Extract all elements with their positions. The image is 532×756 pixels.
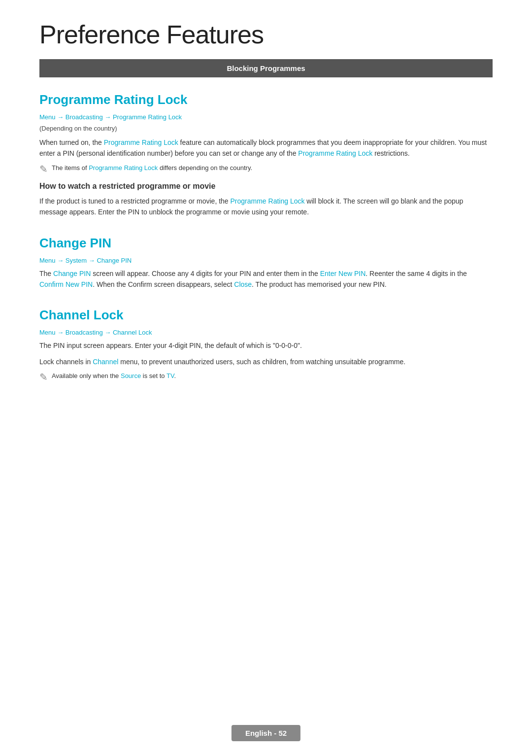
channel-lock-note-row: ✎ Available only when the Source is set … [39, 372, 493, 382]
channel-lock-nav-menu: Menu [39, 329, 56, 336]
channel-lock-nav-target: Channel Lock [113, 329, 152, 336]
programme-rating-lock-section: Programme Rating Lock Menu → Broadcastin… [39, 92, 493, 218]
channel-lock-note-text: Available only when the Source is set to… [52, 372, 176, 379]
nav-programme-rating-lock: Programme Rating Lock [113, 113, 182, 121]
change-pin-body-prefix: The [39, 270, 53, 277]
channel-lock-nav: Menu → Broadcasting → Channel Lock [39, 329, 493, 336]
programme-rating-lock-heading: Programme Rating Lock [39, 92, 493, 107]
note-tv-link: TV [166, 372, 174, 379]
note-prefix: Available only when the [52, 372, 121, 379]
body1-suffix: restrictions. [372, 149, 409, 157]
change-pin-nav-target: Change PIN [97, 257, 132, 264]
programme-rating-note-row: ✎ The items of Programme Rating Lock dif… [39, 164, 493, 174]
body1-link2: Programme Rating Lock [298, 149, 372, 157]
nav-broadcasting: Broadcasting [66, 113, 103, 121]
change-pin-nav-system: System [66, 257, 87, 264]
note-text: The items of Programme Rating Lock diffe… [52, 164, 252, 172]
change-pin-section: Change PIN Menu → System → Change PIN Th… [39, 236, 493, 290]
change-pin-nav: Menu → System → Change PIN [39, 257, 493, 264]
programme-rating-lock-body2: If the product is tuned to a restricted … [39, 196, 493, 218]
page-footer: English - 52 [232, 725, 300, 741]
programme-rating-lock-body1: When turned on, the Programme Rating Loc… [39, 137, 493, 159]
change-pin-link4: Close [234, 280, 252, 288]
change-pin-body-mid3: . When the Confirm screen disappears, se… [93, 280, 234, 288]
change-pin-nav-arrow2: → [89, 257, 97, 264]
page-title: Preference Features [39, 20, 493, 49]
body1-prefix: When turned on, the [39, 138, 104, 146]
change-pin-nav-menu: Menu [39, 257, 56, 264]
channel-lock-section: Channel Lock Menu → Broadcasting → Chann… [39, 308, 493, 382]
channel-lock-body1: The PIN input screen appears. Enter your… [39, 340, 493, 351]
change-pin-nav-arrow1: → [57, 257, 66, 264]
change-pin-body: The Change PIN screen will appear. Choos… [39, 268, 493, 290]
nav-arrow-2: → [104, 113, 113, 121]
body2-prefix: If the product is tuned to a restricted … [39, 197, 231, 205]
change-pin-link2: Enter New PIN [320, 270, 366, 277]
note-source-link: Source [121, 372, 141, 379]
programme-rating-lock-nav: Menu → Broadcasting → Programme Rating L… [39, 113, 493, 121]
note-link: Programme Rating Lock [89, 164, 158, 172]
change-pin-body-suffix: . The product has memorised your new PIN… [252, 280, 387, 288]
nav-menu: Menu [39, 113, 56, 121]
note-suffix: differs depending on the country. [158, 164, 252, 172]
section-banner: Blocking Programmes [39, 59, 493, 77]
channel-lock-nav-arrow1: → [57, 329, 66, 336]
note-prefix: The items of [52, 164, 89, 172]
change-pin-link3: Confirm New PIN [39, 280, 93, 288]
body2-link: Programme Rating Lock [231, 197, 305, 205]
channel-lock-note-icon: ✎ [39, 372, 48, 382]
channel-lock-body2: Lock channels in Channel menu, to preven… [39, 356, 493, 367]
channel-lock-nav-broadcasting: Broadcasting [66, 329, 103, 336]
channel-lock-nav-arrow2: → [104, 329, 113, 336]
change-pin-body-mid2: . Reenter the same 4 digits in the [366, 270, 466, 277]
channel-lock-body2-prefix: Lock channels in [39, 358, 93, 366]
note-icon: ✎ [39, 164, 48, 174]
channel-lock-body2-link: Channel [93, 358, 118, 366]
body1-link1: Programme Rating Lock [104, 138, 178, 146]
country-note: (Depending on the country) [39, 125, 493, 132]
change-pin-heading: Change PIN [39, 236, 493, 251]
note-mid: is set to [141, 372, 166, 379]
change-pin-body-mid1: screen will appear. Choose any 4 digits … [91, 270, 320, 277]
sub-heading-restricted: How to watch a restricted programme or m… [39, 182, 493, 191]
channel-lock-heading: Channel Lock [39, 308, 493, 323]
change-pin-link1: Change PIN [53, 270, 91, 277]
channel-lock-body2-suffix: menu, to prevent unauthorized users, suc… [118, 358, 405, 366]
note-suffix: . [174, 372, 176, 379]
nav-arrow-1: → [57, 113, 66, 121]
